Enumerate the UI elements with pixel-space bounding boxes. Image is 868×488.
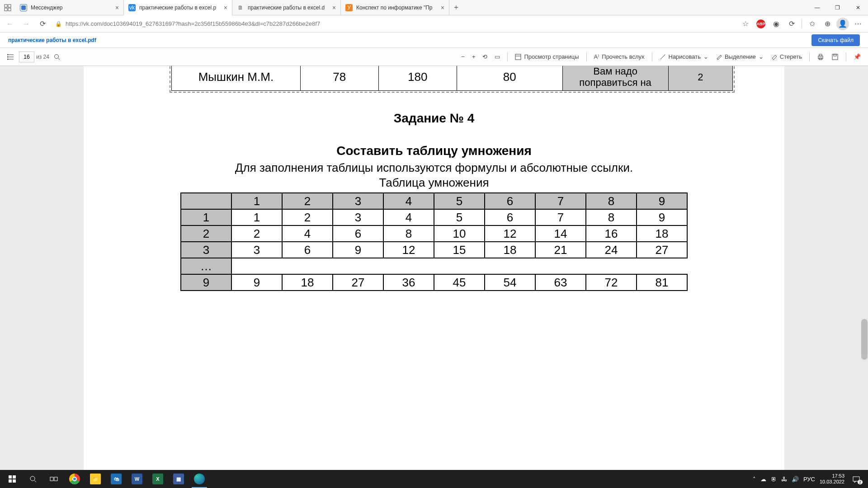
zoom-in-button[interactable]: + (469, 50, 478, 64)
page-number-input[interactable] (19, 52, 34, 62)
table-cell: 18 (637, 225, 687, 242)
volume-icon[interactable]: 🔊 (792, 476, 799, 483)
erase-button[interactable]: Стереть (768, 50, 805, 64)
download-button[interactable]: Скачать файл (811, 34, 860, 46)
favorites-bar-button[interactable]: ✩ (805, 17, 819, 31)
close-icon[interactable]: × (332, 4, 336, 11)
highlight-button[interactable]: Выделение ⌄ (713, 50, 766, 64)
table-cell: 9 (181, 274, 231, 291)
back-button[interactable]: ← (3, 17, 17, 31)
table-cell: 3 (333, 193, 383, 209)
network-icon[interactable]: 🖧 (781, 476, 787, 483)
task-view-button[interactable] (43, 470, 64, 488)
table-cell (181, 193, 231, 209)
pdf-viewport[interactable]: Мышкин М.М. 78 180 80 Вам надопоправитьс… (0, 66, 868, 470)
tab-actions-icon[interactable] (0, 0, 15, 15)
close-icon[interactable]: × (441, 4, 444, 11)
explorer-app[interactable]: 📁 (85, 470, 106, 488)
table-cell: 9 (231, 274, 282, 291)
table-cell: 4 (383, 193, 434, 209)
svg-rect-2 (5, 8, 7, 11)
table-cell: 12 (485, 225, 535, 242)
new-tab-button[interactable]: ＋ (449, 3, 463, 12)
svg-rect-22 (9, 479, 12, 483)
notifications-button[interactable]: 2 (849, 472, 863, 486)
url-text: https://vk.com/doc103694019_627631697?ha… (66, 20, 320, 27)
table-cell: 8 (383, 225, 434, 242)
menu-button[interactable]: ⋯ (851, 17, 865, 31)
page-view-button[interactable]: Просмотр страницы (512, 50, 581, 64)
abp-icon[interactable]: ABP (754, 17, 768, 31)
multiplication-table: 123456789 1123456789 224681012141618 336… (180, 192, 688, 291)
url-field[interactable]: 🔒 https://vk.com/doc103694019_627631697?… (52, 20, 736, 27)
draw-label: Нарисовать (669, 53, 701, 60)
calculator-app[interactable]: ▦ (168, 470, 189, 488)
table-cell: 18 (282, 274, 333, 291)
read-aloud-button[interactable]: A⁾ Прочесть вслух (591, 50, 647, 64)
svg-rect-1 (8, 5, 11, 7)
rotate-button[interactable]: ⟲ (480, 50, 490, 64)
security-icon[interactable]: ⛨ (771, 476, 777, 483)
onedrive-icon[interactable]: ☁ (760, 476, 766, 483)
edge-app[interactable] (189, 470, 210, 488)
maximize-button[interactable]: ❐ (827, 0, 848, 15)
scrollbar-thumb[interactable] (861, 319, 868, 360)
table-cell: 3 (333, 209, 383, 225)
tab-label: Конспект по информатике "Пр (356, 5, 436, 11)
language-indicator[interactable]: РУС (803, 476, 815, 483)
file-icon: 🗎 (237, 4, 244, 11)
start-button[interactable] (2, 470, 23, 488)
clock[interactable]: 17:53 10.03.2022 (820, 473, 844, 484)
svg-line-12 (58, 58, 60, 60)
search-button[interactable] (23, 470, 43, 488)
svg-rect-20 (9, 475, 12, 479)
close-window-button[interactable]: ✕ (848, 0, 868, 15)
excel-app[interactable]: X (147, 470, 168, 488)
tab-messenger[interactable]: Мессенджер × (15, 0, 124, 15)
save-button[interactable] (829, 50, 841, 64)
chrome-app[interactable] (64, 470, 85, 488)
contents-button[interactable] (5, 50, 17, 64)
profile-button[interactable]: 👤 (835, 17, 850, 31)
print-button[interactable] (814, 50, 827, 64)
table-cell: 63 (535, 274, 586, 291)
minimize-button[interactable]: ― (807, 0, 827, 15)
tab-excel-doc[interactable]: 🗎 практические работы в excel.d × (232, 0, 341, 15)
close-icon[interactable]: × (115, 4, 119, 11)
table-cell: 4 (282, 225, 333, 242)
table-cell: 72 (586, 274, 637, 291)
tray-chevron-icon[interactable]: ˄ (753, 476, 756, 483)
table-cell (383, 258, 434, 274)
svg-point-11 (54, 54, 58, 58)
table-cell: 1 (181, 209, 231, 225)
table-cell: 9 (333, 242, 383, 258)
store-app[interactable]: 🛍 (106, 470, 127, 488)
favorite-button[interactable]: ☆ (738, 17, 753, 31)
infourok-icon: У (345, 4, 353, 11)
table-cell (282, 258, 333, 274)
tab-vk-pdf[interactable]: vk практические работы в excel.p × (124, 0, 232, 15)
fit-page-button[interactable]: ▭ (492, 50, 503, 64)
table-cell: 6 (333, 225, 383, 242)
word-app[interactable]: W (127, 470, 147, 488)
tab-konspekt[interactable]: У Конспект по информатике "Пр × (341, 0, 449, 15)
tab-label: Мессенджер (31, 5, 111, 11)
chevron-down-icon: ⌄ (759, 53, 764, 60)
close-icon[interactable]: × (224, 4, 227, 11)
search-in-pdf-button[interactable] (51, 50, 63, 64)
sync-icon[interactable]: ⟳ (784, 17, 799, 31)
refresh-button[interactable]: ⟳ (35, 17, 50, 31)
table-cell (485, 258, 535, 274)
svg-rect-23 (13, 479, 16, 483)
svg-rect-21 (13, 475, 16, 479)
pin-toolbar-button[interactable]: 📌 (851, 50, 863, 64)
cell-v1: 78 (300, 66, 378, 90)
forward-button[interactable]: → (19, 17, 33, 31)
svg-point-24 (30, 476, 35, 481)
collections-button[interactable]: ⊕ (820, 17, 835, 31)
draw-button[interactable]: Нарисовать ⌄ (657, 50, 711, 64)
extension-icon[interactable]: ◉ (769, 17, 783, 31)
table-cell: 5 (434, 209, 485, 225)
zoom-out-button[interactable]: − (458, 50, 467, 64)
table-cell: 81 (637, 274, 687, 291)
